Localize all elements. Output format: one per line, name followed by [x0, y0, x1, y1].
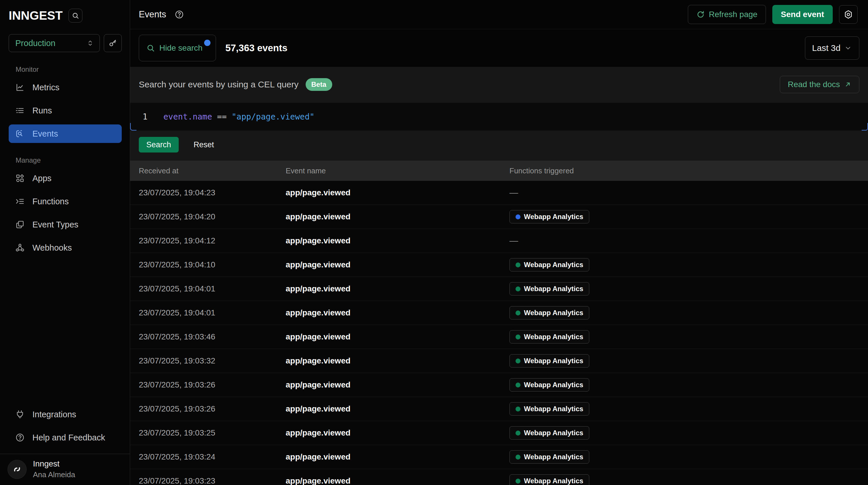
hide-search-label: Hide search	[159, 44, 203, 53]
sidebar-item-metrics[interactable]: Metrics	[9, 78, 122, 97]
sidebar-item-webhooks[interactable]: Webhooks	[9, 238, 122, 257]
function-badge[interactable]: Webapp Analytics	[509, 474, 589, 485]
read-the-docs-button[interactable]: Read the docs	[780, 76, 859, 93]
cell-event-name: app/page.viewed	[286, 380, 509, 390]
main-content: Events Refresh page Send event	[130, 0, 868, 485]
sidebar-item-runs[interactable]: Runs	[9, 101, 122, 120]
function-status-dot	[516, 311, 521, 315]
function-badge[interactable]: Webapp Analytics	[509, 450, 589, 464]
function-badge[interactable]: Webapp Analytics	[509, 210, 589, 223]
apps-icon	[15, 173, 25, 183]
function-status-dot	[516, 286, 521, 291]
table-row[interactable]: 23/07/2025, 19:04:12 app/page.viewed —	[130, 229, 868, 253]
function-badge[interactable]: Webapp Analytics	[509, 402, 589, 416]
functions-icon	[15, 197, 25, 206]
function-badge-label: Webapp Analytics	[524, 405, 583, 413]
function-status-dot	[516, 479, 521, 484]
environment-value: Production	[15, 38, 56, 48]
function-badge-label: Webapp Analytics	[524, 285, 583, 293]
key-icon	[108, 39, 117, 48]
time-range-selector[interactable]: Last 3d	[805, 36, 859, 60]
events-toolbar: Hide search 57,363 events Last 3d	[130, 29, 868, 67]
table-row[interactable]: 23/07/2025, 19:04:23 app/page.viewed —	[130, 181, 868, 205]
function-badge-label: Webapp Analytics	[524, 261, 583, 269]
event-types-icon	[15, 220, 25, 229]
function-badge[interactable]: Webapp Analytics	[509, 378, 589, 392]
table-row[interactable]: 23/07/2025, 19:04:01 app/page.viewed Web…	[130, 277, 868, 301]
sidebar-item-label: Runs	[32, 106, 52, 115]
cell-functions: Webapp Analytics	[509, 474, 868, 485]
table-row[interactable]: 23/07/2025, 19:03:46 app/page.viewed Web…	[130, 325, 868, 349]
column-functions-triggered: Functions triggered	[509, 166, 868, 175]
function-badge[interactable]: Webapp Analytics	[509, 258, 589, 272]
sidebar-search-button[interactable]	[68, 9, 83, 23]
sidebar-item-label: Integrations	[32, 410, 76, 419]
sidebar-item-label: Functions	[32, 197, 69, 206]
table-row[interactable]: 23/07/2025, 19:04:20 app/page.viewed Web…	[130, 205, 868, 229]
refresh-page-label: Refresh page	[709, 10, 757, 19]
cell-functions: Webapp Analytics	[509, 402, 868, 416]
sidebar-item-apps[interactable]: Apps	[9, 169, 122, 188]
table-row[interactable]: 23/07/2025, 19:03:25 app/page.viewed Web…	[130, 421, 868, 445]
settings-button[interactable]	[839, 5, 858, 24]
cell-event-name: app/page.viewed	[286, 332, 509, 341]
search-icon	[146, 44, 155, 53]
sidebar-item-label: Webhooks	[32, 243, 72, 253]
cell-received-at: 23/07/2025, 19:03:25	[139, 428, 286, 437]
cell-functions: Webapp Analytics	[509, 210, 868, 223]
sidebar-item-help-and-feedback[interactable]: Help and Feedback	[9, 428, 122, 447]
function-badge[interactable]: Webapp Analytics	[509, 330, 589, 343]
event-keys-button[interactable]	[104, 34, 122, 52]
empty-dash: —	[509, 236, 518, 246]
cell-event-name: app/page.viewed	[286, 188, 509, 197]
function-badge-label: Webapp Analytics	[524, 309, 583, 317]
sidebar-item-integrations[interactable]: Integrations	[9, 405, 122, 424]
sidebar-item-functions[interactable]: Functions	[9, 192, 122, 211]
cell-received-at: 23/07/2025, 19:04:10	[139, 260, 286, 269]
help-circle-icon[interactable]	[174, 9, 184, 19]
table-row[interactable]: 23/07/2025, 19:04:10 app/page.viewed Web…	[130, 253, 868, 277]
table-row[interactable]: 23/07/2025, 19:03:32 app/page.viewed Web…	[130, 349, 868, 373]
table-body: 23/07/2025, 19:04:23 app/page.viewed — 2…	[130, 181, 868, 485]
refresh-page-button[interactable]: Refresh page	[688, 5, 766, 24]
table-row[interactable]: 23/07/2025, 19:03:24 app/page.viewed Web…	[130, 445, 868, 469]
cell-received-at: 23/07/2025, 19:04:20	[139, 212, 286, 221]
cell-event-name: app/page.viewed	[286, 476, 509, 485]
cell-received-at: 23/07/2025, 19:04:23	[139, 188, 286, 197]
sidebar-item-event-types[interactable]: Event Types	[9, 215, 122, 234]
send-event-button[interactable]: Send event	[772, 5, 833, 24]
function-badge[interactable]: Webapp Analytics	[509, 282, 589, 295]
table-row[interactable]: 23/07/2025, 19:03:23 app/page.viewed Web…	[130, 469, 868, 485]
function-badge-label: Webapp Analytics	[524, 213, 583, 221]
cell-functions: Webapp Analytics	[509, 378, 868, 392]
cell-received-at: 23/07/2025, 19:03:26	[139, 380, 286, 390]
metrics-icon	[15, 83, 25, 92]
table-row[interactable]: 23/07/2025, 19:04:01 app/page.viewed Web…	[130, 301, 868, 325]
integrations-icon	[15, 409, 25, 419]
cell-event-name: app/page.viewed	[286, 356, 509, 366]
reset-button[interactable]: Reset	[194, 140, 214, 149]
function-status-dot	[516, 382, 521, 388]
cell-event-name: app/page.viewed	[286, 452, 509, 462]
environment-selector[interactable]: Production	[9, 34, 100, 52]
search-button[interactable]: Search	[139, 137, 179, 152]
function-badge-label: Webapp Analytics	[524, 477, 583, 485]
function-badge-label: Webapp Analytics	[524, 357, 583, 365]
read-the-docs-label: Read the docs	[787, 80, 840, 89]
cel-query-editor[interactable]: 1 event.name == "app/page.viewed"	[130, 103, 868, 131]
hide-search-button[interactable]: Hide search	[139, 35, 216, 61]
function-badge[interactable]: Webapp Analytics	[509, 426, 589, 439]
user-org: Inngest	[33, 459, 75, 468]
cell-event-name: app/page.viewed	[286, 308, 509, 317]
sidebar-item-label: Metrics	[32, 83, 59, 92]
user-card[interactable]: Inngest Ana Almeida	[0, 454, 130, 485]
sidebar-item-events[interactable]: Events	[9, 124, 122, 143]
cell-functions: Webapp Analytics	[509, 306, 868, 319]
function-badge[interactable]: Webapp Analytics	[509, 306, 589, 319]
cell-received-at: 23/07/2025, 19:03:26	[139, 404, 286, 413]
function-badge[interactable]: Webapp Analytics	[509, 354, 589, 368]
code-line-content[interactable]: event.name == "app/page.viewed"	[163, 112, 315, 121]
table-row[interactable]: 23/07/2025, 19:03:26 app/page.viewed Web…	[130, 397, 868, 421]
sidebar: INNGEST Production	[0, 0, 130, 485]
table-row[interactable]: 23/07/2025, 19:03:26 app/page.viewed Web…	[130, 373, 868, 397]
